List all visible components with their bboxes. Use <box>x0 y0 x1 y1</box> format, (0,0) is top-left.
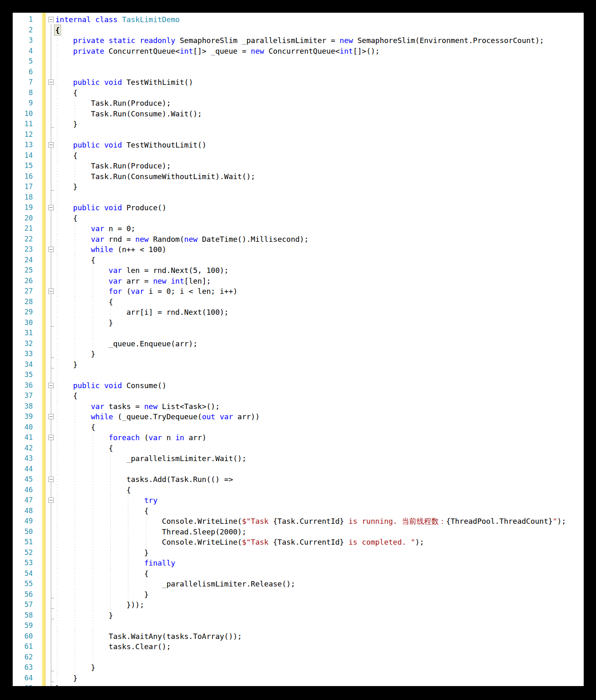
fold-collapse-minus-icon[interactable] <box>48 80 54 85</box>
line-number[interactable]: 33 <box>13 349 33 359</box>
line-number[interactable]: 7 <box>13 77 33 88</box>
code-line[interactable]: } <box>55 662 566 673</box>
line-number[interactable]: 13 <box>13 140 33 150</box>
line-number[interactable]: 41 <box>13 432 33 443</box>
line-number[interactable]: 14 <box>13 150 33 161</box>
code-line[interactable]: arr[i] = rnd.Next(100); <box>55 307 566 318</box>
line-number[interactable]: 34 <box>13 359 33 370</box>
code-line[interactable]: } <box>55 359 566 370</box>
line-number[interactable]: 45 <box>13 474 33 485</box>
code-line[interactable]: private static readonly SemaphoreSlim _p… <box>55 35 566 46</box>
line-number[interactable]: 39 <box>13 411 33 422</box>
fold-collapse-minus-icon[interactable] <box>48 498 54 503</box>
code-line[interactable]: while (n++ < 100) <box>55 244 566 255</box>
line-number[interactable]: 2 <box>13 25 33 36</box>
code-line[interactable]: public void Consume() <box>55 380 566 391</box>
fold-collapse-minus-icon[interactable] <box>48 142 54 148</box>
line-number[interactable]: 58 <box>13 610 33 621</box>
code-line[interactable]: } <box>55 318 566 328</box>
code-line[interactable]: internal class TaskLimitDemo <box>55 14 566 25</box>
line-number[interactable]: 18 <box>13 192 33 203</box>
fold-collapse-minus-icon[interactable] <box>48 17 54 22</box>
code-line[interactable]: } <box>55 673 566 684</box>
line-number[interactable]: 19 <box>13 202 33 213</box>
line-number[interactable]: 52 <box>13 548 33 558</box>
code-line[interactable]: public void Produce() <box>55 202 566 213</box>
line-number[interactable]: 15 <box>13 161 33 171</box>
line-number[interactable]: 40 <box>13 422 33 433</box>
line-number[interactable]: 3 <box>13 35 33 46</box>
code-line[interactable]: } <box>55 349 566 359</box>
code-line[interactable]: { <box>55 88 566 98</box>
code-line[interactable]: var len = rnd.Next(5, 100); <box>55 265 566 276</box>
code-line[interactable] <box>55 620 566 631</box>
code-line[interactable]: Console.WriteLine($"Task {Task.CurrentId… <box>55 537 566 548</box>
code-line[interactable] <box>55 328 566 339</box>
line-number[interactable]: 28 <box>13 297 33 307</box>
line-number[interactable]: 62 <box>13 652 33 663</box>
code-line[interactable]: { <box>55 150 566 161</box>
line-number[interactable]: 12 <box>13 130 33 140</box>
line-number[interactable]: 25 <box>13 265 33 276</box>
code-line[interactable]: { <box>55 297 566 307</box>
code-line[interactable]: } <box>55 119 566 130</box>
line-number-gutter[interactable]: 1234567891011121314151617181920212223242… <box>13 14 33 686</box>
line-number[interactable]: 61 <box>13 641 33 652</box>
fold-collapse-minus-icon[interactable] <box>48 247 54 252</box>
code-line[interactable]: } <box>55 683 566 686</box>
fold-collapse-minus-icon[interactable] <box>48 477 54 482</box>
code-line[interactable] <box>55 464 566 475</box>
code-line[interactable]: })); <box>55 600 566 610</box>
line-number[interactable]: 6 <box>13 67 33 77</box>
code-line[interactable]: Thread.Sleep(2000); <box>55 527 566 537</box>
code-line[interactable]: Task.Run(Produce); <box>55 98 566 109</box>
line-number[interactable]: 23 <box>13 244 33 255</box>
line-number[interactable]: 56 <box>13 589 33 600</box>
code-line[interactable]: } <box>55 182 566 192</box>
code-line[interactable]: Task.Run(ConsumeWithoutLimit).Wait(); <box>55 171 566 182</box>
line-number[interactable]: 21 <box>13 223 33 234</box>
line-number[interactable]: 10 <box>13 109 33 119</box>
code-line[interactable]: { <box>55 255 566 266</box>
code-line[interactable] <box>55 652 566 663</box>
code-line[interactable]: private ConcurrentQueue<int[]> _queue = … <box>55 46 566 57</box>
line-number[interactable]: 29 <box>13 307 33 318</box>
line-number[interactable]: 43 <box>13 453 33 464</box>
code-line[interactable]: var n = 0; <box>55 223 566 234</box>
line-number[interactable]: 42 <box>13 443 33 454</box>
line-number[interactable]: 64 <box>13 673 33 684</box>
line-number[interactable]: 9 <box>13 98 33 109</box>
line-number[interactable]: 22 <box>13 234 33 245</box>
code-line[interactable]: for (var i = 0; i < len; i++) <box>55 286 566 297</box>
code-line[interactable]: try <box>55 495 566 506</box>
line-number[interactable]: 17 <box>13 182 33 192</box>
line-number[interactable]: 35 <box>13 370 33 380</box>
code-line[interactable]: } <box>55 610 566 621</box>
line-number[interactable]: 4 <box>13 46 33 57</box>
code-editor[interactable]: 1234567891011121314151617181920212223242… <box>13 13 584 686</box>
code-line[interactable]: Console.WriteLine($"Task {Task.CurrentId… <box>55 516 566 527</box>
line-number[interactable]: 63 <box>13 662 33 673</box>
line-number[interactable]: 37 <box>13 391 33 401</box>
line-number[interactable]: 16 <box>13 171 33 182</box>
code-line[interactable]: public void TestWithoutLimit() <box>55 140 566 150</box>
line-number[interactable]: 5 <box>13 56 33 67</box>
line-number[interactable]: 26 <box>13 276 33 286</box>
line-number[interactable]: 20 <box>13 213 33 224</box>
code-line[interactable]: _parallelismLimiter.Wait(); <box>55 453 566 464</box>
code-line[interactable]: { <box>55 422 566 433</box>
code-line[interactable] <box>55 192 566 203</box>
line-number[interactable]: 32 <box>13 339 33 349</box>
code-line[interactable] <box>55 56 566 67</box>
code-line[interactable] <box>55 67 566 77</box>
line-number[interactable]: 11 <box>13 119 33 130</box>
line-number[interactable]: 1 <box>13 14 33 25</box>
code-line[interactable]: var tasks = new List<Task>(); <box>55 401 566 412</box>
fold-collapse-minus-icon[interactable] <box>48 205 54 210</box>
fold-collapse-minus-icon[interactable] <box>48 414 54 419</box>
line-number[interactable]: 65 <box>13 683 33 686</box>
code-line[interactable]: Task.WaitAny(tasks.ToArray()); <box>55 631 566 642</box>
fold-collapse-minus-icon[interactable] <box>48 383 54 388</box>
code-line[interactable]: { <box>55 213 566 224</box>
code-line[interactable]: while (_queue.TryDequeue(out var arr)) <box>55 411 566 422</box>
